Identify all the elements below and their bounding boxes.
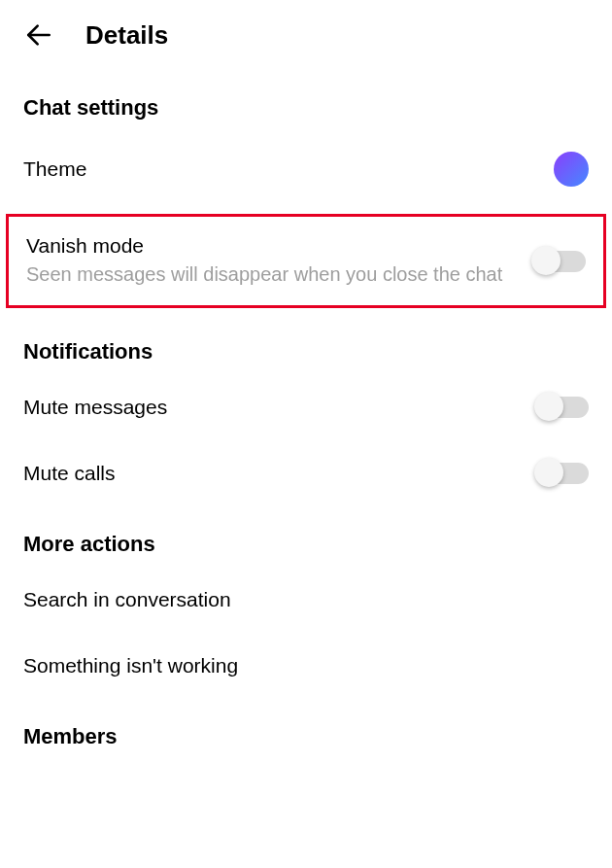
report-problem-button[interactable]: Something isn't working xyxy=(0,633,612,699)
page-title: Details xyxy=(85,20,168,51)
mute-messages-toggle[interactable] xyxy=(536,397,589,418)
theme-label: Theme xyxy=(23,157,554,181)
toggle-knob xyxy=(534,392,563,421)
back-arrow-icon[interactable] xyxy=(23,19,54,51)
search-conversation-button[interactable]: Search in conversation xyxy=(0,567,612,633)
header: Details xyxy=(0,0,612,70)
mute-calls-row[interactable]: Mute calls xyxy=(0,440,612,506)
mute-messages-row[interactable]: Mute messages xyxy=(0,374,612,440)
mute-calls-label: Mute calls xyxy=(23,462,536,485)
mute-calls-toggle[interactable] xyxy=(536,463,589,484)
theme-row[interactable]: Theme xyxy=(0,130,612,208)
toggle-knob xyxy=(531,246,561,275)
section-notifications: Notifications xyxy=(0,314,612,374)
vanish-mode-highlight: Vanish mode Seen messages will disappear… xyxy=(6,214,606,308)
theme-color-indicator xyxy=(554,152,589,187)
vanish-mode-toggle[interactable] xyxy=(533,251,586,272)
section-chat-settings: Chat settings xyxy=(0,70,612,130)
toggle-knob xyxy=(534,458,563,487)
section-more-actions: More actions xyxy=(0,506,612,567)
vanish-mode-row[interactable]: Vanish mode Seen messages will disappear… xyxy=(9,217,603,305)
vanish-mode-description: Seen messages will disappear when you cl… xyxy=(26,261,533,288)
vanish-mode-label: Vanish mode xyxy=(26,234,533,258)
mute-messages-label: Mute messages xyxy=(23,396,536,419)
section-members: Members xyxy=(0,699,612,759)
